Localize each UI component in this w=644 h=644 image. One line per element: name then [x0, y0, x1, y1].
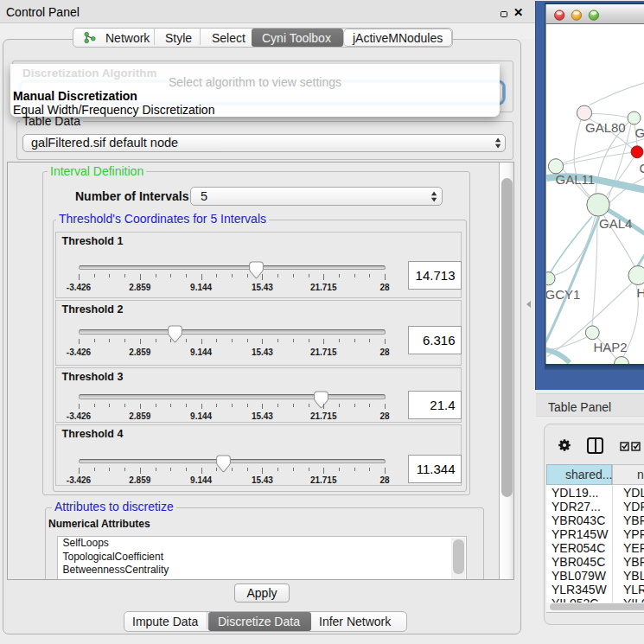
svg-text:GAL4: GAL4 — [599, 215, 632, 230]
svg-text:H: H — [637, 285, 644, 300]
svg-text:GAL11: GAL11 — [556, 172, 596, 187]
svg-text:C: C — [640, 160, 644, 175]
svg-text:GAL80: GAL80 — [585, 119, 626, 134]
svg-text:GCY1: GCY1 — [546, 286, 580, 301]
svg-text:HAP2: HAP2 — [594, 339, 628, 354]
svg-text:GA: GA — [635, 124, 644, 139]
